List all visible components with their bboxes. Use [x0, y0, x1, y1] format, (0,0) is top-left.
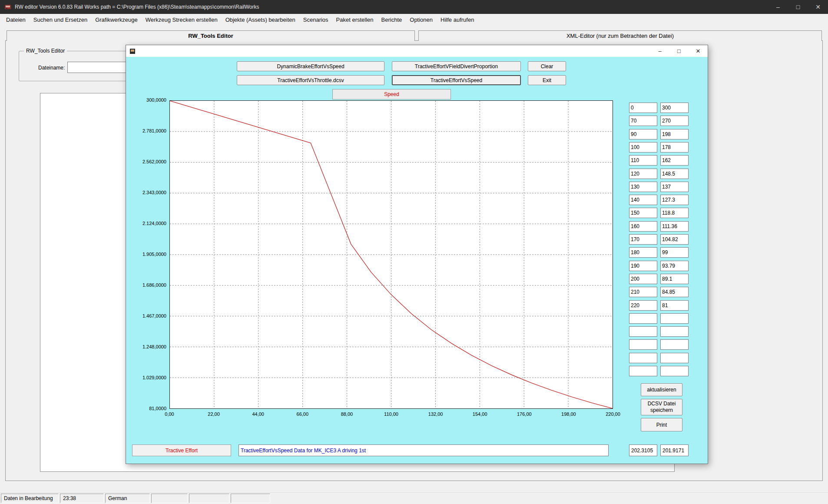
- effort-value-4[interactable]: [660, 155, 689, 166]
- y-tick-label-6: 1.686,0000: [126, 282, 166, 288]
- speed-value-6[interactable]: [629, 182, 657, 192]
- speed-value-20[interactable]: [629, 366, 657, 376]
- y-tick-label-10: 81,0000: [126, 406, 166, 411]
- chart-canvas: [170, 101, 613, 408]
- tractive-effort-vs-throttle-button[interactable]: TractiveEffortVsThrottle.dcsv: [237, 75, 384, 85]
- effort-value-9[interactable]: [660, 221, 689, 232]
- save-dcsv-button[interactable]: DCSV Datei speichern: [641, 399, 682, 415]
- clear-button[interactable]: Clear: [528, 61, 566, 71]
- menu-item-paket-erstellen[interactable]: Paket erstellen: [332, 15, 378, 24]
- speed-value-18[interactable]: [629, 339, 657, 350]
- speed-value-8[interactable]: [629, 208, 657, 218]
- window-titlebar: RW editor Version 6.0.83 Rail Works path…: [0, 0, 828, 14]
- speed-value-9[interactable]: [629, 221, 657, 232]
- effort-value-3[interactable]: [660, 142, 689, 153]
- effort-value-2[interactable]: [660, 129, 689, 139]
- effort-value-6[interactable]: [660, 182, 689, 192]
- status-bar: Daten in Bearbeitung23:38German: [0, 492, 828, 504]
- effort-value-13[interactable]: [660, 274, 689, 284]
- tractive-effort-caption-text: Tractive Effort: [166, 448, 198, 454]
- dialog-minimize-button[interactable]: –: [650, 45, 669, 57]
- dialog-titlebar: – □ ✕: [126, 45, 708, 57]
- tab-rwtools-editor[interactable]: RW_Tools Editor: [7, 30, 415, 41]
- effort-value-8[interactable]: [660, 208, 689, 218]
- speed-value-7[interactable]: [629, 195, 657, 205]
- y-tick-label-0: 300,0000: [126, 97, 166, 103]
- cursor-y-field[interactable]: [660, 444, 689, 456]
- x-tick-label-6: 132,00: [421, 411, 451, 417]
- speed-value-3[interactable]: [629, 142, 657, 153]
- menu-item-suchen-und-ersetzen[interactable]: Suchen und Ersetzen: [30, 15, 91, 24]
- window-controls: – □ ✕: [768, 0, 828, 14]
- y-axis-labels: 300,00002.781,00002.562,00002.343,00002.…: [126, 100, 168, 409]
- x-tick-label-1: 22,00: [199, 411, 229, 417]
- description-field[interactable]: [238, 444, 609, 456]
- speed-value-16[interactable]: [629, 313, 657, 324]
- dialog-maximize-button[interactable]: □: [669, 45, 689, 57]
- effort-value-12[interactable]: [660, 261, 689, 271]
- effort-value-5[interactable]: [660, 169, 689, 179]
- filename-label: Dateiname:: [38, 65, 65, 71]
- menu-item-hilfe-aufrufen[interactable]: Hilfe aufrufen: [437, 15, 478, 24]
- effort-value-17[interactable]: [660, 326, 689, 337]
- effort-value-15[interactable]: [660, 300, 689, 311]
- effort-value-20[interactable]: [660, 366, 689, 376]
- speed-value-14[interactable]: [629, 287, 657, 297]
- y-tick-label-9: 1.029,0000: [126, 375, 166, 380]
- speed-value-12[interactable]: [629, 261, 657, 271]
- speed-value-1[interactable]: [629, 116, 657, 126]
- x-tick-label-0: 0,00: [154, 411, 185, 417]
- speed-axis-caption: Speed: [332, 89, 451, 99]
- x-tick-label-3: 66,00: [287, 411, 318, 417]
- dialog-icon: [129, 48, 136, 54]
- menu-item-berichte[interactable]: Berichte: [378, 15, 406, 24]
- y-tick-label-3: 2.343,0000: [126, 190, 166, 195]
- tab-xml-editor[interactable]: XML-Editor (nur zum Betrachten der Datei…: [418, 30, 822, 41]
- effort-value-11[interactable]: [660, 247, 689, 258]
- exit-button[interactable]: Exit: [528, 75, 566, 85]
- speed-value-5[interactable]: [629, 169, 657, 179]
- close-button[interactable]: ✕: [808, 0, 828, 14]
- dynamic-brake-effort-button[interactable]: DynamicBrakeEffortVsSpeed: [237, 61, 384, 71]
- tractive-effort-vs-speed-button[interactable]: TractiveEffortVsSpeed: [392, 75, 521, 85]
- window-title: RW editor Version 6.0.83 Rail Works path…: [15, 4, 259, 10]
- menu-item-optionen[interactable]: Optionen: [406, 15, 437, 24]
- menu-item-grafikwerkzeuge[interactable]: Grafikwerkzeuge: [91, 15, 142, 24]
- effort-value-1[interactable]: [660, 116, 689, 126]
- minimize-button[interactable]: –: [768, 0, 788, 14]
- menu-item-werkzeug-strecken-erstellen[interactable]: Werkzeug Strecken erstellen: [142, 15, 222, 24]
- speed-value-10[interactable]: [629, 234, 657, 245]
- maximize-button[interactable]: □: [788, 0, 808, 14]
- refresh-button[interactable]: aktualisieren: [641, 383, 682, 396]
- y-tick-label-4: 2.124,0000: [126, 221, 166, 226]
- field-divert-proportion-button[interactable]: TractiveEffortVFieldDivertProportion: [392, 61, 521, 71]
- speed-value-0[interactable]: [629, 103, 657, 113]
- effort-value-7[interactable]: [660, 195, 689, 205]
- menu-item-scenarios[interactable]: Scenarios: [299, 15, 332, 24]
- effort-value-19[interactable]: [660, 353, 689, 363]
- dialog-close-button[interactable]: ✕: [689, 45, 708, 57]
- effort-value-10[interactable]: [660, 234, 689, 245]
- status-panel-3: [151, 494, 188, 503]
- effort-value-14[interactable]: [660, 287, 689, 297]
- speed-value-4[interactable]: [629, 155, 657, 166]
- effort-value-16[interactable]: [660, 313, 689, 324]
- effort-value-0[interactable]: [660, 103, 689, 113]
- y-tick-label-5: 1.905,0000: [126, 252, 166, 257]
- speed-value-13[interactable]: [629, 274, 657, 284]
- menu-item-objekte-assets-bearbeiten[interactable]: Objekte (Assets) bearbeiten: [222, 15, 299, 24]
- desktop: { "window": { "title": "RW editor Versio…: [0, 0, 828, 504]
- speed-value-19[interactable]: [629, 353, 657, 363]
- status-panel-4: [189, 494, 229, 503]
- x-axis-labels: 0,0022,0044,0066,0088,00110,00132,00154,…: [169, 411, 613, 418]
- cursor-x-field[interactable]: [629, 444, 657, 456]
- speed-value-17[interactable]: [629, 326, 657, 337]
- menu-item-dateien[interactable]: Dateien: [2, 15, 30, 24]
- effort-value-18[interactable]: [660, 339, 689, 350]
- print-button[interactable]: Print: [641, 418, 682, 431]
- status-panel-1: 23:38: [60, 494, 104, 503]
- x-tick-label-4: 88,00: [331, 411, 362, 417]
- speed-value-15[interactable]: [629, 300, 657, 311]
- speed-value-2[interactable]: [629, 129, 657, 139]
- speed-value-11[interactable]: [629, 247, 657, 258]
